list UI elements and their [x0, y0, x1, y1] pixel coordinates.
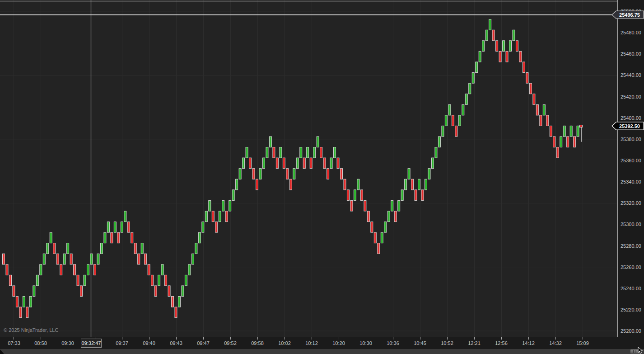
thumb-grip: [633, 350, 634, 353]
renko-brick-up: [317, 137, 319, 147]
thumb-grip: [637, 350, 637, 353]
renko-brick-up: [503, 41, 505, 52]
ninjatrader-chart-window: 25500.0025480.0025460.0025440.0025420.00…: [0, 0, 644, 354]
renko-brick-up: [543, 104, 545, 115]
price-axis[interactable]: 25500.0025480.0025460.0025440.0025420.00…: [618, 0, 644, 337]
renko-brick-up: [40, 264, 42, 275]
renko-brick-down: [320, 147, 322, 158]
x-tick-stub: [14, 337, 14, 340]
renko-brick-up: [87, 264, 89, 275]
renko-brick-up: [43, 254, 45, 264]
renko-brick-down: [496, 41, 498, 52]
x-tick-stub: [122, 337, 122, 340]
x-tick-stub: [203, 337, 204, 340]
renko-brick-down: [6, 264, 8, 275]
renko-brick-down: [341, 169, 343, 179]
renko-brick-up: [67, 243, 69, 254]
renko-brick-up: [104, 232, 106, 243]
renko-brick-up: [246, 147, 248, 158]
renko-brick-down: [145, 254, 147, 264]
x-axis-label: 10:52: [441, 340, 453, 346]
renko-brick-down: [134, 243, 136, 254]
x-tick-stub: [393, 337, 393, 340]
renko-brick-up: [563, 126, 565, 137]
renko-brick-down: [323, 158, 326, 169]
x-tick-stub: [257, 337, 258, 340]
renko-brick-up: [280, 147, 282, 158]
renko-brick-up: [188, 264, 191, 275]
x-axis-label: 15:09: [576, 340, 589, 346]
renko-brick-down: [276, 158, 278, 169]
x-axis-label: 08:58: [34, 340, 47, 346]
x-axis-label: 10:36: [387, 340, 399, 346]
renko-brick-up: [121, 222, 123, 233]
x-axis-label: 10:30: [359, 340, 372, 346]
renko-brick-down: [154, 286, 157, 297]
renko-brick-down: [367, 211, 369, 222]
y-axis-label: 25380.00: [621, 137, 641, 142]
renko-brick-down: [360, 190, 363, 201]
x-axis-label: 09:40: [143, 340, 155, 346]
mouse-cursor-icon: [638, 347, 644, 354]
x-tick-stub: [447, 337, 448, 340]
renko-brick-up: [185, 275, 187, 286]
copyright-text: © 2025 NinjaTrader, LLC: [4, 327, 58, 333]
renko-brick-down: [327, 169, 329, 179]
renko-brick-down: [533, 94, 535, 105]
y-axis-label: 25240.00: [621, 286, 641, 291]
renko-brick-down: [273, 147, 275, 158]
renko-brick-down: [303, 158, 305, 169]
x-axis-label: 10:02: [278, 340, 291, 346]
renko-brick-down: [9, 275, 11, 286]
renko-brick-up: [418, 179, 420, 190]
renko-brick-down: [499, 51, 501, 62]
renko-brick-up: [469, 83, 471, 94]
renko-brick-up: [29, 297, 32, 307]
x-axis-label: 07:33: [8, 340, 20, 346]
renko-brick-down: [455, 126, 457, 137]
renko-brick-down: [56, 254, 59, 264]
x-axis-label: 10:12: [305, 340, 318, 346]
x-tick-stub: [285, 337, 285, 340]
renko-brick-up: [209, 200, 211, 211]
renko-brick-up: [205, 211, 207, 222]
renko-chart: [0, 0, 618, 337]
renko-brick-down: [556, 147, 559, 158]
renko-brick-down: [13, 286, 15, 297]
renko-brick-down: [516, 41, 518, 52]
scrollbar-corner-triangle: [0, 349, 4, 354]
chart-plot-area[interactable]: [0, 0, 618, 337]
renko-brick-down: [74, 264, 76, 275]
renko-brick-down: [523, 62, 525, 73]
renko-brick-down: [19, 307, 22, 318]
y-axis-label: 25400.00: [621, 115, 641, 121]
renko-brick-down: [540, 115, 542, 126]
renko-brick-down: [289, 179, 292, 190]
renko-brick-down: [16, 297, 18, 307]
x-axis-label: 10:45: [414, 340, 426, 346]
renko-brick-down: [111, 232, 113, 243]
renko-brick-up: [293, 169, 295, 179]
renko-brick-up: [570, 126, 572, 137]
x-tick-stub: [68, 337, 68, 340]
x-tick-stub: [583, 337, 583, 340]
renko-brick-down: [350, 200, 353, 211]
x-axis-label: 09:47: [197, 340, 210, 346]
renko-brick-up: [479, 51, 481, 62]
renko-brick-down: [117, 232, 120, 243]
renko-brick-down: [371, 222, 373, 233]
renko-brick-up: [476, 62, 478, 73]
renko-brick-down: [526, 73, 528, 84]
x-tick-stub: [230, 337, 231, 340]
renko-brick-down: [567, 137, 569, 147]
renko-brick-down: [378, 243, 380, 254]
renko-brick-up: [485, 30, 488, 41]
renko-brick-up: [161, 264, 163, 275]
renko-brick-up: [266, 147, 268, 158]
horizontal-scrollbar[interactable]: [0, 349, 644, 354]
renko-brick-up: [428, 169, 430, 179]
renko-brick-down: [536, 104, 538, 115]
y-axis-label: 25360.00: [621, 158, 641, 163]
renko-brick-down: [492, 30, 495, 41]
renko-brick-down: [529, 83, 532, 94]
